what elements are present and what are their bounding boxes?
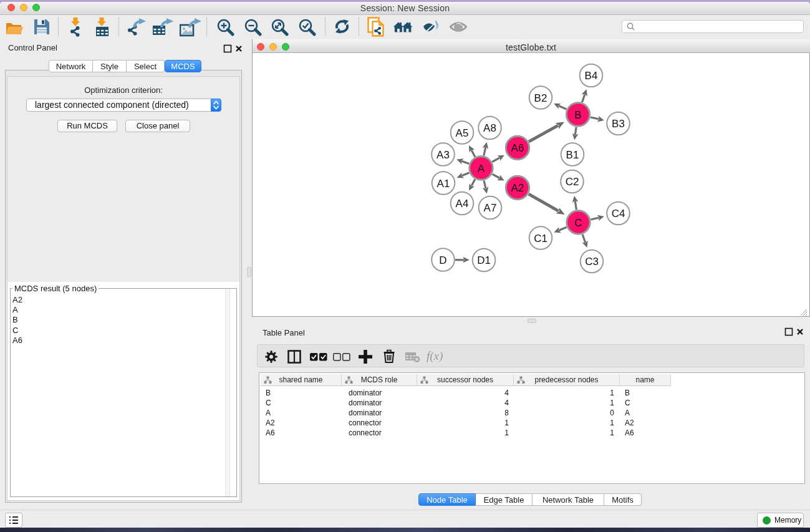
svg-text:B: B [574, 109, 581, 121]
svg-text:A2: A2 [511, 182, 524, 194]
svg-text:B1: B1 [566, 149, 579, 161]
svg-text:A1: A1 [437, 178, 450, 190]
svg-text:D1: D1 [477, 254, 491, 266]
svg-text:A: A [478, 163, 485, 175]
svg-text:A6: A6 [511, 142, 524, 154]
svg-text:B2: B2 [534, 92, 547, 104]
svg-text:C3: C3 [585, 256, 599, 268]
svg-text:C1: C1 [534, 233, 547, 244]
svg-text:A7: A7 [484, 202, 497, 214]
svg-text:A5: A5 [456, 127, 469, 139]
svg-text:B3: B3 [612, 118, 625, 130]
svg-text:B4: B4 [585, 70, 598, 82]
svg-text:A8: A8 [483, 122, 496, 134]
svg-text:C: C [574, 217, 582, 229]
svg-text:C2: C2 [566, 176, 579, 188]
svg-text:D: D [439, 254, 446, 266]
svg-text:A4: A4 [456, 198, 469, 210]
svg-text:C4: C4 [612, 208, 625, 220]
svg-text:A3: A3 [436, 149, 450, 161]
